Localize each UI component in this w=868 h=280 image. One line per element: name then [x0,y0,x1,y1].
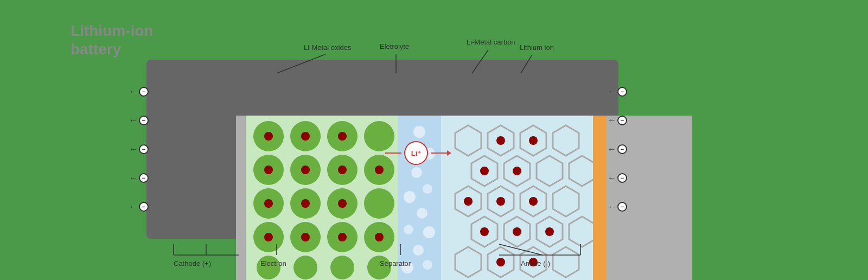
svg-point-39 [423,184,432,194]
svg-point-1 [264,132,273,141]
arrow-icon: ← [608,144,616,154]
electron-symbol-r1: − [617,87,627,97]
svg-point-79 [529,258,538,266]
svg-text:Lithium ion: Lithium ion [520,43,554,52]
cathode-svg [246,116,398,280]
arrow-icon: ← [129,116,138,125]
arrow-icon: ← [608,116,616,125]
title-line2: battery [71,40,153,59]
svg-point-68 [496,136,505,145]
electron-item-r3: ← − [608,144,633,154]
svg-text:Eletrolyte: Eletrolyte [380,42,409,50]
svg-point-16 [264,199,273,208]
arrow-icon: ← [608,202,616,212]
svg-point-25 [301,233,310,241]
svg-point-38 [411,167,422,178]
svg-point-46 [401,262,413,273]
arrow-icon: ← [129,173,138,183]
electron-symbol-1: − [139,87,149,97]
svg-point-29 [375,233,384,241]
electron-symbol-3: − [139,144,149,154]
svg-point-41 [417,208,427,219]
svg-text:Li-Metal carbon: Li-Metal carbon [467,38,515,46]
electron-item-2: ← − [129,116,155,125]
electron-item-3: ← − [129,144,155,154]
svg-text:Cathode (+): Cathode (+) [174,259,211,268]
electron-item-r1: ← − [608,87,633,97]
electron-symbol-2: − [139,116,149,125]
svg-point-8 [264,166,273,174]
arrow-icon: ← [129,144,138,154]
svg-point-14 [375,166,384,174]
li-ion-indicator: Li⁺ [385,141,451,165]
svg-point-32 [330,256,354,279]
svg-point-74 [529,197,538,206]
svg-point-10 [301,166,310,174]
svg-point-78 [496,258,505,266]
battery-casing [146,60,618,239]
electron-item-5: ← − [129,202,155,212]
diagram-title: Lithium-ion battery [71,22,153,58]
title-line1: Lithium-ion [71,22,153,40]
svg-point-12 [338,166,347,174]
svg-point-72 [464,197,473,206]
electron-item-4: ← − [129,173,155,183]
electron-arrows-left: ← − ← − ← − ← − ← − [129,67,155,232]
svg-point-21 [364,188,394,219]
svg-point-75 [480,227,489,236]
electron-item-1: ← − [129,87,155,97]
svg-point-31 [293,256,317,279]
svg-point-42 [404,225,413,234]
svg-text:Li-Metal oxides: Li-Metal oxides [304,43,352,52]
svg-point-69 [529,136,538,145]
svg-point-70 [480,167,489,175]
svg-point-76 [513,227,521,236]
arrow-icon: ← [608,87,616,97]
electron-item-r4: ← − [608,173,633,183]
diagram-container: Lithium-ion battery [65,11,770,271]
svg-point-23 [264,233,273,241]
li-circle: Li⁺ [404,141,428,165]
cathode-section [246,116,398,280]
electron-item-r5: ← − [608,202,633,212]
svg-point-44 [413,245,424,256]
electron-symbol-r5: − [617,202,627,212]
svg-point-71 [513,167,521,175]
svg-point-3 [301,132,310,141]
svg-point-40 [404,191,416,203]
arrow-icon: ← [608,173,616,183]
arrow-icon: ← [129,87,138,97]
electron-symbol-5: − [139,202,149,212]
svg-point-30 [257,256,280,279]
electron-arrows-right: ← − ← − ← − ← − ← − [608,67,633,232]
right-orange-collector [593,116,607,280]
svg-point-33 [367,256,391,279]
electron-symbol-r3: − [617,144,627,154]
svg-point-27 [338,233,347,241]
separator-svg [398,116,441,280]
anode-section [441,116,593,280]
left-collector [236,116,246,280]
arrow-icon: ← [129,202,138,212]
electron-symbol-r4: − [617,173,627,183]
svg-point-20 [338,199,347,208]
svg-point-5 [338,132,347,141]
svg-point-45 [423,260,432,270]
svg-point-18 [301,199,310,208]
electron-symbol-4: − [139,173,149,183]
svg-point-35 [413,126,425,138]
li-arrow-right [431,152,447,154]
svg-point-77 [545,227,554,236]
svg-point-43 [423,226,435,238]
svg-rect-47 [441,116,593,280]
electron-symbol-r2: − [617,116,627,125]
svg-point-73 [496,197,505,206]
li-arrowhead [447,150,451,156]
li-arrow-left [385,152,401,154]
electron-item-r2: ← − [608,116,633,125]
separator-section [398,116,441,280]
anode-svg [441,116,593,280]
